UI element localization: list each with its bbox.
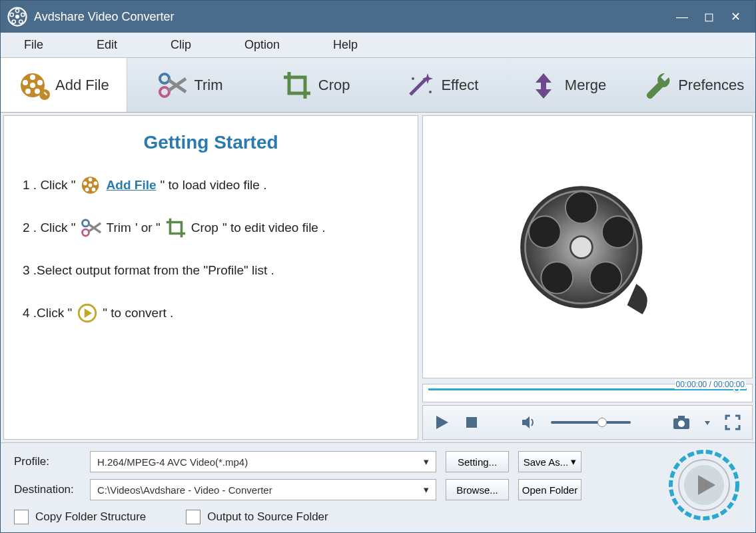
volume-slider[interactable] xyxy=(551,421,631,424)
output-source-checkbox[interactable]: Output to Source Folder xyxy=(186,510,328,524)
checkbox-row: Copy Folder Structure Output to Source F… xyxy=(14,510,742,524)
svg-point-4 xyxy=(19,20,23,23)
svg-point-33 xyxy=(566,191,597,223)
open-folder-button[interactable]: Open Folder xyxy=(518,479,581,500)
preview-area xyxy=(422,115,753,378)
app-logo-icon xyxy=(7,7,27,27)
play-button[interactable] xyxy=(434,414,451,431)
chevron-down-icon: ▾ xyxy=(424,484,429,496)
preview-panel: 00:00:00 / 00:00:00 xyxy=(422,115,753,440)
destination-dropdown[interactable]: C:\Videos\Avdshare - Video - Converter ▾ xyxy=(90,479,436,500)
svg-point-23 xyxy=(93,181,97,185)
svg-point-2 xyxy=(15,9,19,12)
menu-clip[interactable]: Clip xyxy=(154,33,228,57)
reel-icon xyxy=(80,174,103,197)
step2-text-b: " to edit video file . xyxy=(222,216,326,240)
svg-point-26 xyxy=(83,181,87,185)
svg-point-16 xyxy=(160,74,169,83)
toolbar-trim[interactable]: Trim xyxy=(127,58,253,112)
play-circle-icon xyxy=(76,302,99,324)
content-area: Getting Started 1 . Click " Add File " t… xyxy=(1,113,755,442)
svg-point-14 xyxy=(39,89,50,100)
svg-point-27 xyxy=(82,220,89,227)
step-2: 2 . Click " Trim ' or " Crop " to edit v… xyxy=(23,216,399,240)
svg-point-3 xyxy=(21,13,25,16)
bottom-panel: Profile: H.264/MPEG-4 AVC Video(*.mp4) ▾… xyxy=(1,442,755,532)
step4-text-a: 4 .Click " xyxy=(23,301,72,325)
step2-text-a: 2 . Click " xyxy=(23,216,76,240)
snapshot-dropdown[interactable] xyxy=(704,414,711,430)
add-file-link[interactable]: Add File xyxy=(107,173,157,197)
profile-dropdown[interactable]: H.264/MPEG-4 AVC Video(*.mp4) ▾ xyxy=(90,451,436,472)
toolbar-crop[interactable]: Crop xyxy=(252,58,378,112)
checkbox-box xyxy=(186,510,200,524)
svg-point-18 xyxy=(412,77,414,80)
setting-button[interactable]: Setting... xyxy=(446,451,509,472)
stop-button[interactable] xyxy=(464,415,479,430)
step1-text-b: " to load video file . xyxy=(161,173,267,197)
toolbar-merge[interactable]: Merge xyxy=(504,58,630,112)
fullscreen-button[interactable] xyxy=(724,414,741,431)
app-title: Avdshare Video Converter xyxy=(34,10,669,24)
step2-trim: Trim xyxy=(107,216,131,240)
menu-edit[interactable]: Edit xyxy=(80,33,154,57)
destination-value: C:\Videos\Avdshare - Video - Converter xyxy=(97,484,272,496)
save-as-button[interactable]: Save As...▾ xyxy=(518,451,581,472)
reel-icon xyxy=(18,69,50,101)
chevron-down-icon: ▾ xyxy=(571,456,576,468)
toolbar-effect[interactable]: Effect xyxy=(378,58,504,112)
svg-point-32 xyxy=(570,236,592,258)
svg-rect-38 xyxy=(466,417,477,428)
menu-help[interactable]: Help xyxy=(316,33,394,57)
step1-text-a: 1 . Click " xyxy=(23,173,76,197)
snapshot-button[interactable] xyxy=(672,414,691,430)
app-window: Avdshare Video Converter — ◻ ✕ File Edit… xyxy=(0,0,756,533)
toolbar-prefences[interactable]: Prefences xyxy=(629,58,755,112)
toolbar-add-file[interactable]: Add File xyxy=(1,58,127,112)
convert-button[interactable] xyxy=(667,448,741,522)
crop-icon xyxy=(165,217,187,239)
copy-folder-checkbox[interactable]: Copy Folder Structure xyxy=(14,510,146,524)
step2-or: ' or " xyxy=(135,216,161,240)
svg-point-40 xyxy=(678,420,685,427)
svg-point-24 xyxy=(91,188,95,192)
scissors-icon xyxy=(157,69,189,101)
toolbar-merge-label: Merge xyxy=(565,77,606,94)
svg-point-9 xyxy=(30,75,35,80)
maximize-button[interactable]: ◻ xyxy=(695,9,722,24)
titlebar: Avdshare Video Converter — ◻ ✕ xyxy=(1,1,755,33)
getting-started-title: Getting Started xyxy=(23,132,399,153)
step-1: 1 . Click " Add File " to load video fil… xyxy=(23,173,399,197)
minimize-button[interactable]: — xyxy=(669,10,695,24)
toolbar-crop-label: Crop xyxy=(318,77,350,94)
wrench-icon xyxy=(641,69,673,101)
checkbox-box xyxy=(14,510,29,524)
chevron-down-icon: ▾ xyxy=(424,456,429,468)
svg-point-28 xyxy=(82,229,89,236)
player-controls xyxy=(422,405,753,440)
scissors-icon xyxy=(80,217,103,239)
save-as-label: Save As... xyxy=(524,456,569,468)
step-3: 3 .Select output format from the "Profil… xyxy=(23,259,399,282)
toolbar-effect-label: Effect xyxy=(441,77,478,94)
destination-label: Destination: xyxy=(14,483,81,496)
crop-icon xyxy=(281,69,313,101)
svg-point-13 xyxy=(23,80,28,85)
menubar: File Edit Clip Option Help xyxy=(1,33,755,58)
wand-icon xyxy=(404,69,436,101)
volume-icon[interactable] xyxy=(520,414,538,431)
svg-point-22 xyxy=(88,178,92,182)
svg-point-5 xyxy=(12,20,15,23)
close-button[interactable]: ✕ xyxy=(722,9,749,24)
step-4: 4 .Click " " to convert . xyxy=(23,301,399,325)
svg-point-34 xyxy=(602,216,634,248)
svg-point-17 xyxy=(160,87,169,97)
film-reel-icon xyxy=(514,174,661,320)
svg-point-35 xyxy=(590,262,622,294)
volume-knob[interactable] xyxy=(597,418,607,427)
browse-button[interactable]: Browse... xyxy=(446,479,509,500)
menu-option[interactable]: Option xyxy=(228,33,316,57)
menu-file[interactable]: File xyxy=(7,33,80,57)
svg-point-36 xyxy=(541,262,573,294)
output-source-label: Output to Source Folder xyxy=(207,510,328,524)
